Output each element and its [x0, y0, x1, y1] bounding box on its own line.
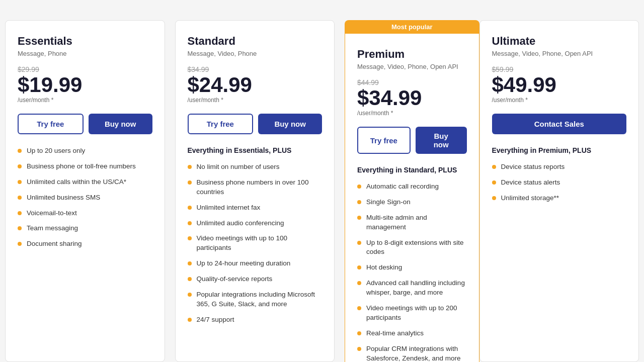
feature-item: Voicemail-to-text: [18, 209, 152, 218]
most-popular-banner: Most popular: [345, 20, 479, 34]
feature-item: No limit on number of users: [188, 162, 323, 172]
feature-item: Business phone or toll-free numbers: [18, 162, 152, 171]
original-price-essentials: $29.99: [18, 65, 152, 73]
feature-item: Up to 24-hour meeting duration: [188, 259, 323, 268]
current-price-ultimate: $49.99: [492, 74, 627, 96]
buttons-standard: Try free Buy now: [188, 114, 323, 134]
buy-now-button-essentials[interactable]: Buy now: [89, 114, 152, 134]
pricing-container: Essentials Message, Phone $29.99 $19.99 …: [5, 10, 639, 362]
features-header-premium: Everything in Standard, PLUS: [357, 166, 467, 174]
feature-item: Single Sign-on: [357, 198, 467, 207]
plan-name-essentials: Essentials: [18, 35, 152, 48]
feature-item: Document sharing: [18, 239, 152, 249]
feature-list-essentials: Up to 20 users only Business phone or to…: [18, 146, 152, 249]
buttons-essentials: Try free Buy now: [18, 114, 152, 134]
plan-name-premium: Premium: [357, 48, 467, 61]
plan-subtitle-essentials: Message, Phone: [18, 50, 152, 57]
original-price-ultimate: $59.99: [492, 65, 627, 73]
buy-now-button-standard[interactable]: Buy now: [258, 114, 322, 134]
feature-list-standard: No limit on number of users Business pho…: [188, 162, 323, 325]
feature-item: Unlimited internet fax: [188, 203, 323, 213]
feature-item: Unlimited business SMS: [18, 193, 152, 203]
current-price-standard: $24.99: [188, 74, 323, 96]
try-free-button-premium[interactable]: Try free: [357, 127, 411, 154]
plan-name-ultimate: Ultimate: [492, 35, 627, 48]
feature-list-ultimate: Device status reports Device status aler…: [492, 162, 627, 203]
price-note-ultimate: /user/month *: [492, 97, 627, 104]
plan-subtitle-standard: Message, Video, Phone: [188, 50, 323, 57]
plan-subtitle-premium: Message, Video, Phone, Open API: [357, 63, 467, 70]
original-price-standard: $34.99: [188, 65, 323, 73]
premium-wrapper: Most popular Premium Message, Video, Pho…: [345, 20, 479, 362]
feature-item: Up to 8-digit extensions with site codes: [357, 238, 467, 257]
try-free-button-standard[interactable]: Try free: [188, 114, 254, 134]
buy-now-button-premium[interactable]: Buy now: [416, 127, 467, 154]
plan-card-ultimate: Ultimate Message, Video, Phone, Open API…: [479, 20, 639, 362]
feature-item: Up to 20 users only: [18, 146, 152, 156]
feature-item: Real-time analytics: [357, 329, 467, 338]
feature-item: Popular CRM integrations with Salesforce…: [357, 344, 467, 362]
feature-item: Unlimited storage**: [492, 194, 627, 203]
plan-card-essentials: Essentials Message, Phone $29.99 $19.99 …: [5, 20, 165, 362]
plan-subtitle-ultimate: Message, Video, Phone, Open API: [492, 50, 627, 57]
current-price-essentials: $19.99: [18, 74, 152, 96]
feature-item: Multi-site admin and management: [357, 213, 467, 232]
original-price-premium: $44.99: [357, 78, 467, 86]
feature-item: Popular integrations including Microsoft…: [188, 290, 323, 309]
feature-item: Hot desking: [357, 263, 467, 273]
buttons-ultimate: Contact Sales: [492, 114, 627, 134]
feature-item: Team messaging: [18, 224, 152, 233]
current-price-premium: $34.99: [357, 87, 467, 109]
feature-item: Unlimited calls within the US/CA*: [18, 177, 152, 187]
price-note-standard: /user/month *: [188, 97, 323, 104]
feature-item: Unlimited audio conferencing: [188, 219, 323, 228]
feature-list-premium: Automatic call recording Single Sign-on …: [357, 182, 467, 362]
try-free-button-essentials[interactable]: Try free: [18, 114, 84, 134]
plan-card-premium: Premium Message, Video, Phone, Open API …: [345, 34, 479, 362]
price-note-premium: /user/month *: [357, 110, 467, 117]
plan-card-standard: Standard Message, Video, Phone $34.99 $2…: [175, 20, 335, 362]
price-note-essentials: /user/month *: [18, 97, 152, 104]
feature-item: Business phone numbers in over 100 count…: [188, 178, 323, 197]
features-header-standard: Everything in Essentials, PLUS: [188, 146, 323, 154]
buttons-premium: Try free Buy now: [357, 127, 467, 154]
features-header-ultimate: Everything in Premium, PLUS: [492, 146, 627, 154]
plan-name-standard: Standard: [188, 35, 323, 48]
contact-sales-button-ultimate[interactable]: Contact Sales: [492, 114, 627, 134]
feature-item: Device status alerts: [492, 178, 627, 188]
feature-item: Automatic call recording: [357, 182, 467, 192]
feature-item: Device status reports: [492, 162, 627, 172]
feature-item: Video meetings with up to 100 participan…: [188, 234, 323, 253]
feature-item: Quality-of-service reports: [188, 275, 323, 284]
feature-item: 24/7 support: [188, 315, 323, 325]
feature-item: Advanced call handling including whisper…: [357, 279, 467, 298]
feature-item: Video meetings with up to 200 participan…: [357, 304, 467, 323]
